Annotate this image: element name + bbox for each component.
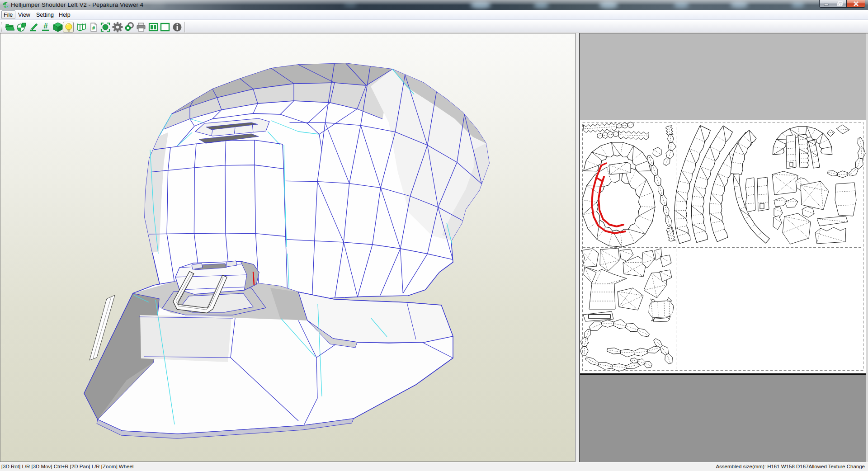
svg-text:#: # [92, 25, 95, 31]
svg-text:#: # [43, 22, 48, 30]
